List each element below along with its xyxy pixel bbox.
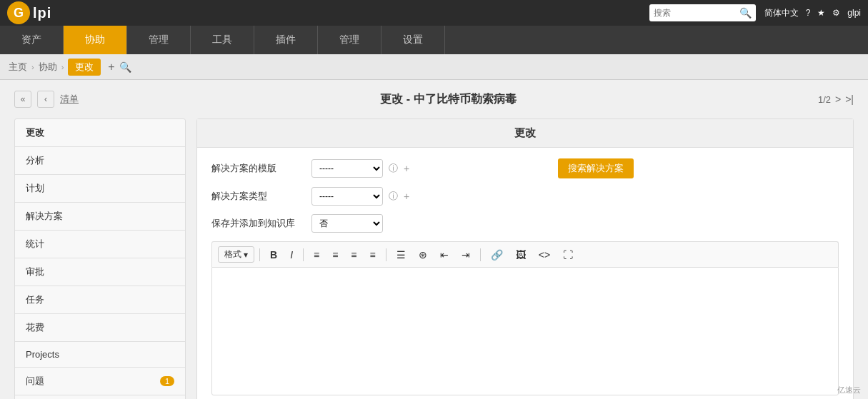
sidebar-item-costs[interactable]: 花费 [15, 314, 185, 342]
top-bar-links: 简体中文 ? ★ ⚙ glpi [764, 7, 861, 19]
breadcrumb-section[interactable]: 协助 [39, 61, 57, 74]
solution-type-control: ----- ⓘ + [311, 187, 839, 206]
solution-type-info-icon[interactable]: ⓘ [389, 190, 398, 203]
settings-icon[interactable]: ⚙ [832, 8, 840, 18]
save-knowledge-label: 保存并添加到知识库 [211, 217, 304, 230]
form-header: 更改 [197, 119, 853, 148]
top-bar-right: 🔍 简体中文 ? ★ ⚙ glpi [649, 4, 861, 21]
logo-area: G lpi [7, 1, 51, 24]
nav-controls: « ‹ 清单 更改 - 中了比特币勒索病毒 1/2 > >| [14, 91, 854, 108]
solution-type-select[interactable]: ----- [311, 187, 383, 206]
nav-next-button[interactable]: > [835, 94, 841, 105]
align-center-button[interactable]: ≡ [327, 247, 343, 263]
sidebar-item-change[interactable]: 更改 [15, 119, 185, 147]
italic-button[interactable]: I [285, 247, 298, 263]
sidebar: 更改 分析 计划 解决方案 统计 审批 任务 花费 [14, 118, 186, 399]
align-justify-button[interactable]: ≡ [365, 247, 381, 263]
nav-first-button[interactable]: « [14, 91, 31, 108]
align-left-button[interactable]: ≡ [309, 247, 324, 263]
issues-badge: 1 [160, 376, 174, 386]
editor-area[interactable] [211, 267, 839, 395]
search-input[interactable] [654, 8, 739, 18]
nav-item-manage2[interactable]: 管理 [318, 26, 381, 54]
nav-last-button[interactable]: >| [845, 94, 854, 105]
help-icon[interactable]: ? [806, 8, 811, 18]
nav-bar: 资产 协助 管理 工具 插件 管理 设置 [0, 26, 868, 54]
sidebar-item-solution[interactable]: 解决方案 [15, 203, 185, 231]
solution-template-select[interactable]: ----- [311, 159, 383, 178]
search-box: 🔍 [649, 4, 756, 21]
nav-item-assist[interactable]: 协助 [64, 26, 127, 54]
form-body: 解决方案的模版 ----- ⓘ + 搜索解决方案 解决方案类型 [197, 148, 853, 399]
breadcrumb-bar: 主页 › 协助 › 更改 + 🔍 [0, 54, 868, 80]
favorites-icon[interactable]: ★ [817, 8, 825, 18]
format-button[interactable]: 格式 ▾ [218, 246, 254, 263]
list-unordered-button[interactable]: ☰ [391, 247, 411, 263]
breadcrumb-search-button[interactable]: 🔍 [119, 61, 131, 73]
language-selector[interactable]: 简体中文 [764, 7, 799, 19]
logo-text: lpi [33, 5, 51, 21]
user-name[interactable]: glpi [847, 8, 861, 18]
solution-type-label: 解决方案类型 [211, 190, 304, 203]
nav-controls-right: 1/2 > >| [818, 94, 854, 105]
align-right-button[interactable]: ≡ [346, 247, 361, 263]
solution-type-plus-icon[interactable]: + [404, 191, 409, 202]
sidebar-item-analysis[interactable]: 分析 [15, 147, 185, 175]
top-bar: G lpi 🔍 简体中文 ? ★ ⚙ glpi [0, 0, 868, 26]
logo-icon: G [7, 1, 30, 24]
editor-toolbar: 格式 ▾ B I ≡ ≡ ≡ ≡ ☰ ⊛ ⇤ ⇥ [211, 241, 839, 267]
indent-button[interactable]: ⇥ [457, 247, 475, 263]
sidebar-item-stats[interactable]: 统计 [15, 231, 185, 258]
pagination-text: 1/2 [818, 94, 831, 105]
outdent-button[interactable]: ⇤ [435, 247, 454, 263]
page-title: 更改 - 中了比特币勒索病毒 [79, 92, 818, 107]
solution-type-row: 解决方案类型 ----- ⓘ + [211, 187, 839, 206]
breadcrumb-home[interactable]: 主页 [9, 61, 27, 74]
link-button[interactable]: 🔗 [486, 247, 508, 263]
breadcrumb-current: 更改 [68, 59, 101, 76]
sidebar-item-plan[interactable]: 计划 [15, 175, 185, 203]
content-area: « ‹ 清单 更改 - 中了比特币勒索病毒 1/2 > >| 更改 分析 计划 … [0, 80, 868, 399]
solution-template-control: ----- ⓘ + 搜索解决方案 [311, 158, 839, 178]
brand-text: 亿速云 [837, 385, 861, 394]
nav-item-tools[interactable]: 工具 [191, 26, 254, 54]
sidebar-item-approval[interactable]: 审批 [15, 258, 185, 286]
form-area: 更改 解决方案的模版 ----- ⓘ + 搜索解决方案 [196, 118, 854, 399]
solution-template-info-icon[interactable]: ⓘ [389, 162, 398, 175]
nav-item-settings[interactable]: 设置 [381, 26, 445, 54]
main-layout: 更改 分析 计划 解决方案 统计 审批 任务 花费 [14, 118, 854, 399]
solution-template-label: 解决方案的模版 [211, 162, 304, 175]
solution-template-row: 解决方案的模版 ----- ⓘ + 搜索解决方案 [211, 158, 839, 178]
search-button[interactable]: 🔍 [739, 7, 752, 19]
save-knowledge-control: 否 是 [311, 214, 839, 233]
nav-prev-button[interactable]: ‹ [37, 91, 54, 108]
image-button[interactable]: 🖼 [511, 247, 531, 263]
sidebar-item-tasks[interactable]: 任务 [15, 286, 185, 314]
fullscreen-button[interactable]: ⛶ [558, 247, 578, 263]
solution-template-plus-icon[interactable]: + [404, 163, 409, 174]
list-ordered-button[interactable]: ⊛ [414, 247, 432, 263]
sidebar-item-issues[interactable]: 问题 1 [15, 368, 185, 395]
sidebar-item-workorders[interactable]: 工作单 1 [15, 395, 185, 399]
breadcrumb-add-button[interactable]: + [108, 61, 114, 74]
nav-controls-left: « ‹ 清单 [14, 91, 79, 108]
search-solution-button[interactable]: 搜索解决方案 [558, 158, 634, 178]
nav-list-link[interactable]: 清单 [60, 93, 79, 106]
save-knowledge-select[interactable]: 否 是 [311, 214, 383, 233]
bold-button[interactable]: B [265, 247, 282, 263]
footer: 亿速云 [830, 381, 868, 399]
nav-item-manage1[interactable]: 管理 [127, 26, 191, 54]
nav-item-assets[interactable]: 资产 [0, 26, 64, 54]
code-button[interactable]: <> [534, 247, 555, 263]
save-knowledge-row: 保存并添加到知识库 否 是 [211, 214, 839, 233]
sidebar-item-projects[interactable]: Projects [15, 342, 185, 368]
nav-item-plugins[interactable]: 插件 [254, 26, 318, 54]
chevron-down-icon: ▾ [244, 250, 248, 260]
